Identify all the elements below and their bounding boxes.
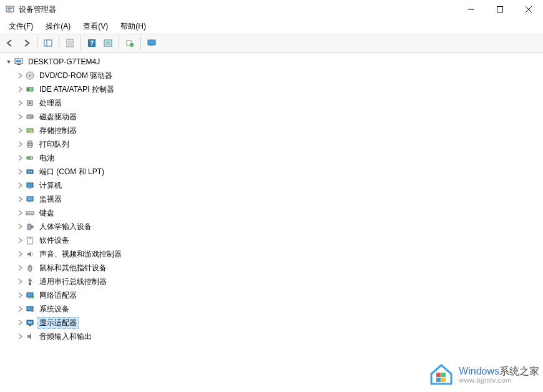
tree-item[interactable]: 音频输入和输出 — [0, 330, 543, 343]
tree-item-label: 键盘 — [37, 207, 56, 219]
toolbar-separator — [140, 36, 141, 50]
toolbar-scan-button[interactable]: + — [122, 36, 137, 51]
tree-item[interactable]: 键盘 — [0, 206, 543, 220]
tree-item-label: 通用串行总线控制器 — [37, 276, 109, 288]
toolbar-separator — [37, 36, 37, 50]
toolbar-forward-button[interactable] — [19, 36, 34, 51]
chevron-right-icon[interactable] — [15, 331, 25, 341]
disk-icon — [25, 112, 35, 122]
tree-item-label: 打印队列 — [37, 139, 71, 150]
chevron-right-icon[interactable] — [15, 318, 25, 328]
chevron-right-icon[interactable] — [15, 222, 25, 232]
tree-item[interactable]: 端口 (COM 和 LPT) — [0, 165, 543, 179]
tree-item-label: 人体学输入设备 — [37, 221, 94, 233]
toolbar-monitor-button[interactable] — [144, 36, 159, 51]
toolbar-separator — [81, 36, 81, 50]
toolbar-help-button[interactable]: ? — [84, 36, 99, 51]
svg-text:+: + — [130, 43, 133, 47]
tree-item[interactable]: DVD/CD-ROM 驱动器 — [0, 69, 543, 82]
tree-item[interactable]: 网络适配器 — [0, 288, 543, 302]
maximize-button[interactable] — [486, 0, 514, 19]
svg-rect-24 — [16, 60, 21, 62]
menu-file[interactable]: 文件(F) — [4, 20, 38, 33]
chevron-right-icon[interactable] — [15, 180, 25, 190]
chevron-right-icon[interactable] — [15, 139, 25, 149]
chevron-down-icon[interactable] — [4, 57, 14, 67]
menu-action[interactable]: 操作(A) — [41, 20, 76, 33]
toolbar-separator — [119, 36, 119, 50]
chevron-right-icon[interactable] — [15, 235, 25, 245]
tree-item-label: 网络适配器 — [37, 290, 79, 301]
minimize-button[interactable] — [457, 0, 486, 19]
toolbar-refresh-button[interactable] — [100, 36, 115, 51]
chevron-right-icon[interactable] — [15, 98, 25, 108]
chevron-right-icon[interactable] — [15, 125, 25, 135]
chevron-right-icon[interactable] — [15, 277, 25, 287]
disc-icon — [25, 71, 35, 81]
menu-view[interactable]: 查看(V) — [78, 20, 113, 33]
tree-item[interactable]: 磁盘驱动器 — [0, 110, 543, 124]
svg-point-27 — [29, 75, 31, 77]
watermark: Windows系统之家 www.bjjmlv.com — [429, 361, 539, 388]
tree-root[interactable]: DESKTOP-G7TEM4J — [0, 55, 543, 69]
tree-item[interactable]: 声音、视频和游戏控制器 — [0, 247, 543, 261]
tree-item[interactable]: 人体学输入设备 — [0, 220, 543, 233]
chevron-right-icon[interactable] — [15, 71, 25, 81]
chevron-right-icon[interactable] — [15, 153, 25, 163]
watermark-logo-icon — [429, 361, 454, 388]
tree-item[interactable]: 电池 — [0, 151, 543, 165]
tree-item[interactable]: 存储控制器 — [0, 124, 543, 137]
tree-item[interactable]: 软件设备 — [0, 233, 543, 247]
close-button[interactable] — [514, 0, 543, 19]
chevron-right-icon[interactable] — [15, 167, 25, 177]
chevron-right-icon[interactable] — [15, 249, 25, 259]
chevron-right-icon[interactable] — [15, 194, 25, 204]
tree-item-label: 计算机 — [37, 180, 64, 192]
device-tree[interactable]: DESKTOP-G7TEM4J DVD/CD-ROM 驱动器IDE ATA/AT… — [0, 52, 543, 392]
system-icon — [25, 304, 35, 314]
chevron-right-icon[interactable] — [15, 263, 25, 273]
svg-rect-38 — [28, 145, 32, 147]
watermark-brand-cn: 系统之家 — [499, 366, 539, 376]
svg-point-35 — [30, 130, 32, 133]
menubar: 文件(F) 操作(A) 查看(V) 帮助(H) — [0, 19, 543, 34]
network-icon — [25, 290, 35, 300]
tree-item[interactable]: 鼠标和其他指针设备 — [0, 261, 543, 275]
toolbar-pane-button[interactable] — [41, 36, 56, 51]
tree-item[interactable]: 显示适配器 — [0, 316, 543, 330]
chevron-right-icon[interactable] — [15, 84, 25, 94]
tree-item[interactable]: 处理器 — [0, 96, 543, 110]
svg-point-33 — [31, 116, 32, 117]
svg-rect-51 — [27, 224, 31, 230]
svg-text:?: ? — [90, 39, 94, 47]
chevron-right-icon[interactable] — [15, 208, 25, 218]
toolbar-properties-button[interactable] — [62, 36, 77, 51]
svg-rect-3 — [9, 12, 11, 12]
svg-rect-46 — [29, 188, 31, 189]
svg-rect-62 — [29, 298, 31, 298]
tree-item-label: 端口 (COM 和 LPT) — [37, 166, 106, 178]
menu-help[interactable]: 帮助(H) — [115, 20, 151, 33]
tree-item[interactable]: 系统设备 — [0, 302, 543, 316]
tree-item[interactable]: 计算机 — [0, 179, 543, 192]
tree-item[interactable]: 打印队列 — [0, 137, 543, 151]
watermark-text: Windows系统之家 www.bjjmlv.com — [459, 366, 539, 385]
monitor-icon — [25, 194, 35, 204]
tree-item[interactable]: 通用串行总线控制器 — [0, 275, 543, 288]
tree-item[interactable]: 监视器 — [0, 192, 543, 206]
tree-item-label: 监视器 — [37, 194, 64, 205]
chevron-right-icon[interactable] — [15, 304, 25, 314]
svg-rect-47 — [27, 197, 33, 201]
svg-rect-50 — [27, 213, 32, 213]
svg-rect-1 — [7, 7, 12, 9]
chevron-right-icon[interactable] — [15, 290, 25, 300]
svg-point-65 — [31, 310, 34, 312]
chevron-right-icon[interactable] — [15, 112, 25, 122]
svg-rect-42 — [27, 170, 33, 174]
toolbar: ? + — [0, 34, 543, 52]
tree-item[interactable]: IDE ATA/ATAPI 控制器 — [0, 82, 543, 96]
toolbar-back-button[interactable] — [2, 36, 17, 51]
svg-rect-70 — [441, 373, 446, 377]
hid-icon — [25, 222, 35, 232]
svg-rect-52 — [31, 226, 33, 228]
